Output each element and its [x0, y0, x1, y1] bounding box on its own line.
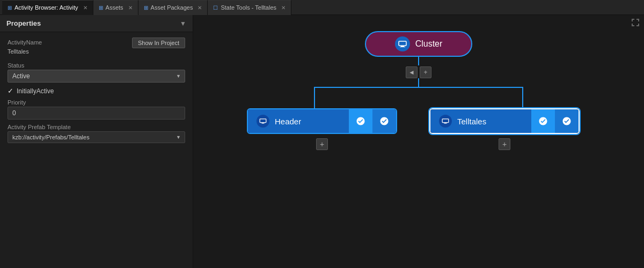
status-label: Status — [8, 62, 185, 69]
telltales-check-btn[interactable] — [531, 109, 555, 133]
header-check-btn2[interactable] — [372, 109, 396, 133]
activity-name-row: ActivityName Show In Project — [8, 38, 185, 48]
sidebar-content: ActivityName Show In Project Telltales S… — [0, 32, 193, 148]
tab-asset-packages[interactable]: ⊞ Asset Packages ✕ — [138, 0, 208, 15]
svg-rect-6 — [444, 123, 447, 123]
tab-activity-browser[interactable]: ⊞ Activity Browser: Activity ✕ — [2, 0, 93, 15]
svg-rect-2 — [400, 47, 405, 47]
v-right — [522, 87, 523, 108]
svg-rect-4 — [262, 123, 265, 123]
tab-bar: ⊞ Activity Browser: Activity ✕ ⊞ Assets … — [0, 0, 644, 15]
tab-state-tools-label: State Tools - Telltales — [221, 4, 276, 11]
children-container: Header + — [247, 87, 590, 150]
telltales-col: Telltales + — [429, 108, 580, 150]
children-row: Header + — [247, 108, 590, 150]
activity-name-value: Telltales — [8, 48, 185, 55]
tab-assets-close[interactable]: ✕ — [128, 5, 133, 11]
canvas-area: Cluster ◄ + — [193, 15, 644, 268]
prefab-template-wrapper — [8, 131, 185, 143]
activity-name-section: ActivityName Show In Project Telltales — [8, 38, 185, 55]
status-dropdown[interactable]: Active Inactive Pending — [8, 70, 185, 83]
header-node-main: Header — [248, 109, 349, 133]
cluster-node[interactable]: Cluster — [365, 31, 472, 57]
header-node[interactable]: Header — [247, 108, 397, 134]
header-icon — [257, 115, 269, 128]
collapse-button[interactable]: ◄ — [406, 66, 418, 78]
cluster-label: Cluster — [415, 39, 443, 49]
sidebar-header: Properties ▼ — [0, 15, 193, 32]
connector-area: ◄ + — [406, 57, 431, 87]
tab-assets-label: Assets — [106, 4, 123, 11]
show-in-project-button[interactable]: Show In Project — [132, 38, 185, 48]
activity-name-label: ActivityName — [8, 39, 42, 46]
telltales-node[interactable]: Telltales — [429, 108, 580, 134]
tab-asset-packages-label: Asset Packages — [151, 4, 193, 11]
tab-activity-browser-label: Activity Browser: Activity — [14, 4, 78, 11]
cluster-icon — [395, 36, 410, 51]
header-col: Header + — [247, 108, 397, 150]
svg-rect-3 — [260, 119, 266, 123]
add-child-top-button[interactable]: + — [420, 66, 431, 78]
h-connector — [314, 87, 523, 88]
priority-label: Priority — [8, 99, 185, 106]
v-line-bottom — [418, 78, 419, 87]
header-add-child-button[interactable]: + — [316, 138, 328, 150]
tab-state-tools-close[interactable]: ✕ — [281, 5, 286, 11]
tab-asset-packages-icon: ⊞ — [144, 5, 148, 11]
status-dropdown-wrapper: Active Inactive Pending — [8, 70, 185, 83]
telltales-check-btn2[interactable] — [555, 109, 579, 133]
tab-state-tools[interactable]: ☐ State Tools - Telltales ✕ — [208, 0, 291, 15]
header-label: Header — [275, 117, 301, 126]
prefab-template-section: Activity Prefab Template — [8, 124, 185, 143]
tab-assets-icon: ⊞ — [99, 5, 103, 11]
telltales-add-child-button[interactable]: + — [499, 138, 510, 150]
node-tree: Cluster ◄ + — [193, 31, 644, 268]
svg-rect-5 — [442, 119, 449, 123]
chevron-down-icon[interactable]: ▼ — [180, 20, 186, 27]
priority-input[interactable] — [8, 107, 185, 120]
prefab-template-label: Activity Prefab Template — [8, 124, 185, 130]
initially-active-checkmark: ✓ — [8, 87, 13, 95]
initially-active-row: ✓ InitiallyActive — [8, 87, 185, 95]
connector-buttons: ◄ + — [406, 66, 431, 78]
sidebar: Properties ▼ ActivityName Show In Projec… — [0, 15, 193, 268]
sidebar-title: Properties — [6, 19, 41, 27]
tab-state-tools-icon: ☐ — [213, 5, 218, 11]
telltales-node-main: Telltales — [430, 109, 531, 133]
v-line-top — [418, 57, 419, 65]
v-left — [314, 87, 315, 108]
main-layout: Properties ▼ ActivityName Show In Projec… — [0, 15, 644, 268]
tab-assets[interactable]: ⊞ Assets ✕ — [93, 0, 138, 15]
svg-rect-0 — [399, 41, 406, 46]
initially-active-label: InitiallyActive — [17, 87, 54, 95]
tab-activity-browser-close[interactable]: ✕ — [83, 5, 87, 11]
fullscreen-icon[interactable] — [631, 18, 640, 28]
prefab-template-input[interactable] — [8, 131, 185, 143]
tab-asset-packages-close[interactable]: ✕ — [197, 5, 202, 11]
header-check-btn[interactable] — [349, 109, 372, 133]
status-section: Status Active Inactive Pending — [8, 62, 185, 83]
priority-section: Priority — [8, 99, 185, 120]
telltales-icon — [439, 115, 452, 128]
telltales-label: Telltales — [457, 117, 486, 126]
tab-activity-browser-icon: ⊞ — [8, 5, 12, 11]
